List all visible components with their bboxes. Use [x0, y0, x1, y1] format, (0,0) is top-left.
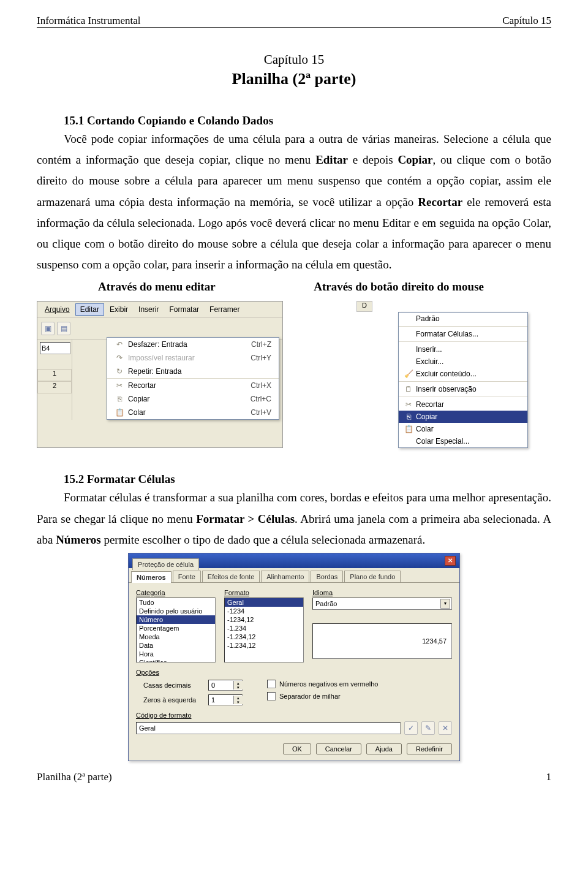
- menu-editar[interactable]: Editar: [75, 303, 104, 316]
- section-15-2-head: 15.2 Formatar Células: [64, 473, 551, 486]
- row-number[interactable]: 1: [37, 369, 72, 381]
- codigo-formato-label: Código de formato: [136, 712, 452, 719]
- edit-format-icon[interactable]: ✎: [421, 721, 435, 735]
- dialog-tabs: Números Fonte Efeitos de fonte Alinhamen…: [129, 568, 459, 583]
- figure-label-right: Através do botão direito do mouse: [314, 280, 484, 294]
- idioma-combo[interactable]: Padrão▾: [312, 598, 452, 610]
- formato-list[interactable]: Geral -1234 -1234,12 -1.234 -1.234,12 -1…: [224, 598, 304, 663]
- tab-alinhamento[interactable]: Alinhamento: [261, 571, 309, 582]
- tab-efeitos[interactable]: Efeitos de fonte: [202, 571, 260, 582]
- categoria-label: Categoria: [136, 589, 216, 596]
- tab-plano-fundo[interactable]: Plano de fundo: [344, 571, 401, 582]
- section-15-1-body: Você pode copiar informações de uma célu…: [37, 129, 551, 275]
- ctx-padrao[interactable]: Padrão: [399, 313, 527, 325]
- codigo-formato-field[interactable]: Geral: [136, 722, 401, 734]
- menu-redo: ↷Impossível restaurarCtrl+Y: [107, 351, 279, 365]
- neg-vermelho-label: Números negativos em vermelho: [279, 680, 378, 688]
- section-15-1-head: 15.1 Cortando Copiando e Colando Dados: [64, 114, 551, 127]
- casas-decimais-input[interactable]: [209, 681, 233, 689]
- zeros-esquerda-label: Zeros à esquerda: [143, 696, 205, 704]
- spin-down-icon[interactable]: ▾: [233, 700, 243, 704]
- chevron-down-icon[interactable]: ▾: [440, 599, 450, 609]
- idioma-label: Idioma: [312, 589, 452, 596]
- footer-page: 1: [546, 771, 552, 783]
- ctx-colar-especial[interactable]: Colar Especial...: [399, 435, 527, 447]
- context-menu: Padrão Formatar Células... Inserir... Ex…: [398, 312, 528, 448]
- close-icon[interactable]: ✕: [445, 556, 456, 566]
- reset-button[interactable]: Redefinir: [407, 743, 452, 754]
- sep-milhar-label: Separador de milhar: [279, 693, 341, 700]
- menu-repeat[interactable]: ↻Repetir: Entrada: [107, 365, 279, 379]
- footer-left: Planilha (2ª parte): [37, 771, 112, 783]
- zeros-esquerda-spin[interactable]: ▴▾: [208, 694, 243, 705]
- add-format-icon[interactable]: ✓: [404, 721, 418, 735]
- menu-ferramentas[interactable]: Ferramer: [205, 303, 244, 316]
- neg-vermelho-checkbox[interactable]: [267, 680, 276, 688]
- tab-fonte[interactable]: Fonte: [173, 571, 201, 582]
- ok-button[interactable]: OK: [283, 743, 311, 754]
- cell-reference[interactable]: B4: [40, 342, 70, 354]
- chapter-title: Planilha (2ª parte): [37, 70, 551, 88]
- context-menu-figure: D Padrão Formatar Células... Inserir... …: [356, 301, 540, 448]
- col-header[interactable]: D: [356, 301, 372, 312]
- menu-exibir[interactable]: Exibir: [105, 303, 133, 316]
- section-15-2-body: Formatar células é transformar a sua pla…: [37, 487, 551, 550]
- categoria-list[interactable]: Tudo Definido pelo usuário Número Porcen…: [136, 598, 216, 663]
- sep-milhar-checkbox[interactable]: [267, 692, 276, 701]
- figure-label-left: Através do menu editar: [98, 280, 216, 294]
- casas-decimais-spin[interactable]: ▴▾: [208, 680, 243, 691]
- casas-decimais-label: Casas decimais: [143, 682, 205, 689]
- row-number[interactable]: 2: [37, 381, 72, 393]
- menu-formatar[interactable]: Formatar: [164, 303, 204, 316]
- preview-box: 1234,57: [312, 623, 452, 659]
- opcoes-label: Opções: [136, 669, 452, 676]
- menu-undo[interactable]: ↶Desfazer: EntradaCtrl+Z: [107, 338, 279, 351]
- ctx-recortar[interactable]: ✂Recortar: [399, 398, 527, 411]
- toolbar-icon[interactable]: ▤: [57, 322, 70, 335]
- ctx-excluir-conteudo[interactable]: 🧹Excluir conteúdo...: [399, 368, 527, 380]
- menu-inserir[interactable]: Inserir: [134, 303, 164, 316]
- zeros-esquerda-input[interactable]: [209, 696, 233, 704]
- tab-protecao[interactable]: Proteção de célula: [132, 558, 199, 570]
- spin-up-icon[interactable]: ▴: [233, 696, 243, 700]
- tab-numeros[interactable]: Números: [131, 571, 172, 583]
- menubar: Arquivo Editar Exibir Inserir Formatar F…: [37, 302, 282, 318]
- spin-up-icon[interactable]: ▴: [233, 681, 243, 685]
- edit-menu-figure: Arquivo Editar Exibir Inserir Formatar F…: [37, 301, 283, 448]
- ctx-inserir[interactable]: Inserir...: [399, 343, 527, 355]
- edit-dropdown: ↶Desfazer: EntradaCtrl+Z ↷Impossível res…: [107, 337, 279, 420]
- tab-bordas[interactable]: Bordas: [311, 571, 343, 582]
- delete-format-icon[interactable]: ✕: [439, 721, 452, 735]
- ctx-colar[interactable]: 📋Colar: [399, 423, 527, 435]
- cancel-button[interactable]: Cancelar: [316, 743, 361, 754]
- ctx-copiar[interactable]: ⎘Copiar: [399, 411, 527, 423]
- menu-copy[interactable]: ⎘CopiarCtrl+C: [107, 392, 279, 406]
- chapter-label: Capítulo 15: [37, 52, 551, 67]
- menu-arquivo[interactable]: Arquivo: [40, 303, 75, 316]
- spin-down-icon[interactable]: ▾: [233, 685, 243, 689]
- format-cells-dialog: Formatar Células ✕ Números Fonte Efeitos…: [128, 553, 460, 761]
- header-right: Capítulo 15: [502, 15, 551, 27]
- help-button[interactable]: Ajuda: [366, 743, 402, 754]
- ctx-inserir-observacao[interactable]: 🗒Inserir observação: [399, 383, 527, 395]
- ctx-excluir[interactable]: Excluir...: [399, 355, 527, 368]
- ctx-formatar-celulas[interactable]: Formatar Células...: [399, 328, 527, 340]
- menu-paste[interactable]: 📋ColarCtrl+V: [107, 406, 279, 419]
- menu-cut[interactable]: ✂RecortarCtrl+X: [107, 379, 279, 392]
- formato-label: Formato: [224, 589, 304, 596]
- header-left: Informática Instrumental: [37, 15, 140, 27]
- toolbar-icon[interactable]: ▣: [41, 322, 55, 335]
